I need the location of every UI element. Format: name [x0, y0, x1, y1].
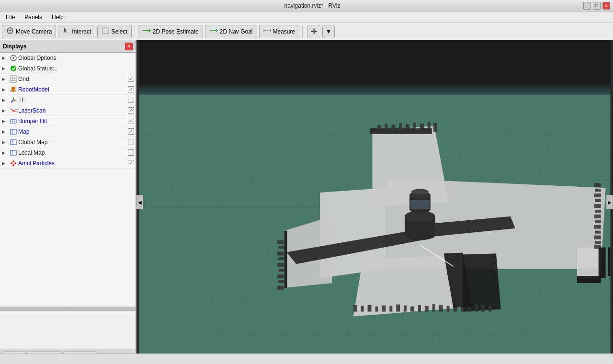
display-item-global-status[interactable]: ▶ Global Status:..: [0, 63, 136, 74]
interact-icon: [62, 27, 70, 36]
2d-pose-estimate-label: 2D Pose Estimate: [153, 28, 199, 35]
display-item-tf[interactable]: ▶ TF: [0, 95, 136, 105]
svg-rect-116: [594, 183, 601, 187]
extra-arrow-tool[interactable]: ▼: [322, 25, 335, 38]
display-item-check: [126, 149, 136, 157]
svg-point-138: [411, 189, 429, 194]
2d-nav-goal-label: 2D Nav Goal: [220, 28, 253, 35]
svg-rect-3: [102, 28, 108, 34]
checkbox[interactable]: [128, 76, 134, 82]
svg-rect-22: [15, 90, 16, 91]
display-item-local-map[interactable]: ▶ Local Map: [0, 148, 136, 158]
svg-rect-81: [399, 123, 402, 132]
checkbox[interactable]: [128, 86, 134, 92]
svg-rect-91: [382, 306, 386, 312]
viewport[interactable]: ◀ ▶: [136, 40, 613, 364]
svg-rect-119: [595, 199, 601, 202]
close-button[interactable]: ✕: [602, 2, 610, 10]
svg-rect-82: [406, 124, 409, 132]
svg-marker-77: [577, 276, 601, 283]
expand-icon: ▶: [2, 161, 9, 166]
interact-label: Interact: [72, 28, 91, 35]
right-panel-collapse-arrow[interactable]: ▶: [606, 195, 613, 209]
svg-rect-125: [595, 231, 601, 234]
toolbar-sep-2: [302, 26, 303, 37]
display-item-label: RobotModel: [18, 86, 126, 93]
checkbox[interactable]: [128, 149, 134, 156]
checkbox[interactable]: [128, 160, 134, 166]
svg-line-38: [12, 150, 13, 155]
checkbox[interactable]: [128, 107, 134, 114]
expand-icon: ▶: [2, 140, 9, 145]
display-item-check: [126, 107, 136, 114]
menu-panels[interactable]: Panels: [23, 13, 44, 22]
menu-help[interactable]: Help: [50, 13, 66, 22]
2d-nav-goal-tool[interactable]: 2D Nav Goal: [205, 25, 257, 38]
checkbox[interactable]: [128, 128, 134, 135]
measure-tool[interactable]: Measure: [259, 25, 300, 38]
svg-rect-32: [14, 121, 15, 122]
display-item-check: [126, 96, 136, 104]
expand-icon: ▶: [2, 77, 9, 81]
statusbar: [0, 353, 613, 364]
svg-rect-73: [608, 247, 611, 276]
main-area: Displays ✕ ▶ Global Options ▶ Global Sta…: [0, 40, 613, 364]
svg-rect-86: [433, 123, 437, 132]
svg-rect-120: [594, 204, 601, 208]
display-item-grid[interactable]: ▶ Grid: [0, 74, 136, 84]
display-item-global-options[interactable]: ▶ Global Options: [0, 53, 136, 63]
3d-scene[interactable]: ◀ ▶: [136, 40, 613, 364]
svg-rect-85: [428, 122, 431, 132]
expand-icon: ▶: [2, 66, 9, 71]
display-item-amcl-particles[interactable]: ▶ Amcl Particles: [0, 158, 136, 169]
maximize-button[interactable]: □: [593, 2, 601, 10]
svg-rect-139: [410, 200, 430, 209]
checkbox[interactable]: [128, 139, 134, 145]
minimize-button[interactable]: _: [583, 2, 591, 10]
arrow-down-icon: ▼: [326, 28, 331, 35]
extra-crosshair-tool[interactable]: ✛: [307, 25, 320, 38]
display-item-robot-model[interactable]: ▶ RobotModel: [0, 84, 136, 95]
svg-rect-110: [278, 257, 284, 260]
menu-file[interactable]: File: [4, 13, 17, 22]
displays-close-button[interactable]: ✕: [125, 43, 133, 50]
svg-rect-112: [279, 269, 284, 272]
svg-line-25: [11, 100, 13, 102]
svg-rect-72: [284, 231, 287, 288]
display-item-label: Global Map: [18, 139, 126, 146]
svg-rect-128: [594, 245, 601, 249]
svg-point-40: [12, 160, 14, 162]
window-controls: _ □ ✕: [583, 2, 610, 10]
resize-handle[interactable]: [0, 307, 136, 310]
crosshair-icon: ✛: [311, 27, 317, 36]
display-item-bumper-hit[interactable]: ▶ Bumper Hit: [0, 116, 136, 126]
robot-model-icon: [9, 86, 18, 93]
select-tool[interactable]: Select: [97, 25, 131, 38]
display-item-laser-scan[interactable]: ▶ LaserScan: [0, 105, 136, 116]
svg-rect-121: [595, 210, 601, 213]
svg-rect-118: [594, 193, 601, 197]
tf-icon: [9, 96, 18, 104]
2d-pose-estimate-tool[interactable]: 2D Pose Estimate: [138, 25, 203, 38]
svg-rect-99: [439, 305, 443, 312]
display-item-global-map[interactable]: ▶ Global Map: [0, 137, 136, 148]
svg-rect-114: [278, 280, 284, 283]
svg-rect-80: [391, 125, 395, 132]
display-item-check: [126, 86, 136, 93]
checkbox[interactable]: [128, 118, 134, 124]
amcl-particles-icon: [9, 159, 18, 167]
expand-icon: ▶: [2, 119, 9, 124]
move-camera-icon: [6, 27, 14, 36]
expand-icon: ▶: [2, 108, 9, 113]
global-options-icon: [9, 54, 18, 62]
interact-tool[interactable]: Interact: [58, 25, 95, 38]
left-panel-collapse-arrow[interactable]: ◀: [136, 195, 143, 209]
svg-rect-111: [277, 263, 284, 267]
checkbox[interactable]: [128, 97, 134, 103]
svg-rect-14: [10, 76, 17, 82]
svg-marker-5: [149, 29, 151, 33]
display-item-check: [126, 117, 136, 125]
display-item-map[interactable]: ▶ Map: [0, 126, 136, 137]
move-camera-tool[interactable]: Move Camera: [2, 25, 56, 38]
svg-rect-83: [413, 123, 416, 132]
